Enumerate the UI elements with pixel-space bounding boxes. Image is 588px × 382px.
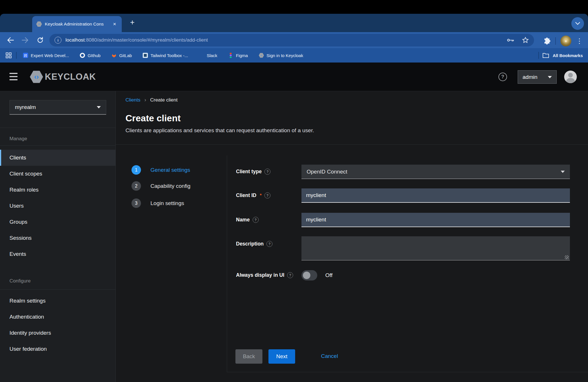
bookmark-figma[interactable]: Figma — [228, 53, 248, 58]
new-tab-button[interactable]: + — [127, 18, 137, 28]
wizard-step-login-settings[interactable]: 3 Login settings — [131, 198, 184, 208]
bookmarks-divider — [16, 52, 17, 59]
manage-section-label: Manage — [9, 136, 27, 142]
caret-down-icon — [561, 171, 565, 173]
required-asterisk: * — [260, 193, 262, 198]
github-icon — [80, 53, 85, 58]
bookmark-gitlab[interactable]: GitLab — [111, 53, 132, 58]
extensions-puzzle-icon[interactable] — [543, 37, 551, 45]
wizard-step-capability-config[interactable]: 2 Capability config — [131, 181, 190, 191]
reload-button[interactable] — [36, 36, 45, 45]
sidebar-item-groups[interactable]: Groups — [0, 214, 115, 230]
bookmark-keycloak[interactable]: ‹› Sign in to Keycloak — [259, 53, 303, 58]
tab-close-icon[interactable]: × — [111, 20, 118, 28]
screen: ‹› Keycloak Administration Cons × + — [0, 0, 588, 382]
next-button[interactable]: Next — [268, 349, 295, 364]
sidebar-item-events[interactable]: Events — [0, 246, 115, 262]
always-display-label: Always display in UI ? — [236, 272, 293, 278]
sidebar-divider — [0, 289, 115, 290]
bookmark-star-icon[interactable] — [522, 37, 529, 44]
tab-title: Keycloak Administration Cons — [45, 22, 111, 27]
sidebar-item-client-scopes[interactable]: Client scopes — [0, 166, 115, 182]
site-info-icon[interactable]: i — [55, 37, 61, 44]
breadcrumb: Clients › Create client — [125, 97, 177, 103]
client-id-label: Client ID * ? — [236, 192, 270, 198]
user-avatar[interactable] — [564, 71, 577, 83]
keycloak-logo-icon: ‹› — [30, 70, 43, 83]
profile-avatar[interactable]: ✳ — [560, 36, 571, 46]
all-bookmarks-button[interactable]: All Bookmarks — [538, 48, 583, 63]
browser-menu-icon[interactable]: ⋮ — [576, 38, 583, 44]
sidebar-item-clients[interactable]: Clients — [0, 150, 115, 166]
client-id-input[interactable] — [301, 188, 570, 203]
content-divider — [116, 144, 588, 145]
bookmarks-divider — [538, 52, 539, 59]
brand-wordmark: KEYCLOAK — [45, 72, 96, 82]
chevron-down-icon — [575, 22, 580, 25]
wizard-step-general-settings[interactable]: 1 General settings — [131, 165, 190, 175]
name-label: Name ? — [236, 217, 259, 223]
sidebar-item-users[interactable]: Users — [0, 198, 115, 214]
description-label: Description ? — [236, 241, 272, 247]
help-icon[interactable]: ? — [266, 241, 272, 247]
sidebar-item-user-federation[interactable]: User federation — [0, 341, 115, 357]
tab-strip: ‹› Keycloak Administration Cons × + — [0, 14, 588, 32]
back-button[interactable]: Back — [235, 349, 262, 364]
expert-web-icon: [/] — [23, 53, 28, 58]
forward-button[interactable] — [21, 36, 30, 45]
keycloak-icon: ‹› — [259, 53, 264, 58]
main-content: Clients › Create client Create client Cl… — [116, 91, 588, 382]
sidebar-divider — [0, 145, 115, 146]
sidebar-item-identity-providers[interactable]: Identity providers — [0, 325, 115, 341]
sidebar-item-realm-settings[interactable]: Realm settings — [0, 293, 115, 309]
chevron-right-icon: › — [144, 97, 146, 103]
gitlab-icon — [111, 53, 117, 58]
hamburger-menu-icon[interactable] — [9, 73, 18, 80]
browser-tab[interactable]: ‹› Keycloak Administration Cons × — [32, 16, 122, 32]
help-icon[interactable]: ? — [253, 217, 259, 223]
slack-icon — [199, 53, 204, 58]
wizard-bottom-divider — [227, 372, 588, 372]
realm-selector[interactable]: myrealm — [9, 100, 106, 115]
bookmark-github[interactable]: GIthub — [80, 53, 100, 58]
configure-section-label: Configure — [9, 278, 31, 284]
sidebar-item-authentication[interactable]: Authentication — [0, 309, 115, 325]
tailwind-icon — [143, 53, 148, 58]
wizard-divider — [227, 155, 227, 372]
url-text: localhost:8080/admin/master/console/#/my… — [65, 37, 208, 43]
sidebar: myrealm Manage Clients Client scopes Rea… — [0, 91, 116, 382]
always-display-state: Off — [325, 272, 332, 278]
folder-icon — [542, 52, 549, 58]
breadcrumb-clients-link[interactable]: Clients — [125, 97, 140, 103]
caret-down-icon — [97, 106, 101, 108]
cancel-link[interactable]: Cancel — [321, 353, 338, 359]
help-icon[interactable]: ? — [264, 192, 270, 198]
sidebar-divider — [0, 128, 115, 128]
help-icon[interactable]: ? — [264, 169, 270, 175]
browser-window: ‹› Keycloak Administration Cons × + — [0, 14, 588, 382]
browser-toolbar: i localhost:8080/admin/master/console/#/… — [0, 32, 588, 48]
address-bar[interactable]: i localhost:8080/admin/master/console/#/… — [49, 34, 534, 46]
help-icon[interactable]: ? — [498, 73, 507, 81]
name-input[interactable] — [301, 213, 570, 227]
realm-selector-value: myrealm — [15, 104, 36, 110]
sidebar-item-sessions[interactable]: Sessions — [0, 230, 115, 246]
password-key-icon[interactable] — [506, 37, 514, 44]
tab-search-button[interactable] — [571, 17, 584, 30]
keycloak-app: ‹› KEYCLOAK ? admin myrealm Manage — [0, 63, 588, 382]
apps-grid-icon[interactable] — [5, 52, 12, 59]
bookmarks-bar: [/] Expert Web Devel... GIthub GitLab Ta… — [0, 48, 588, 63]
breadcrumb-current: Create client — [150, 97, 177, 103]
bookmark-slack[interactable]: Slack — [199, 53, 217, 58]
bookmark-tailwind[interactable]: Tailwind Toolbox -... — [143, 53, 188, 58]
sidebar-item-realm-roles[interactable]: Realm roles — [0, 182, 115, 198]
back-arrow-icon — [7, 37, 14, 44]
help-icon[interactable]: ? — [287, 272, 293, 278]
textarea-resize-handle[interactable] — [565, 255, 569, 259]
bookmark-expert-web[interactable]: [/] Expert Web Devel... — [23, 53, 69, 58]
client-type-select[interactable]: OpenID Connect — [301, 165, 570, 179]
always-display-toggle[interactable] — [301, 270, 317, 280]
user-dropdown[interactable]: admin — [518, 70, 557, 84]
description-textarea[interactable] — [301, 236, 570, 260]
back-button[interactable] — [6, 36, 15, 45]
